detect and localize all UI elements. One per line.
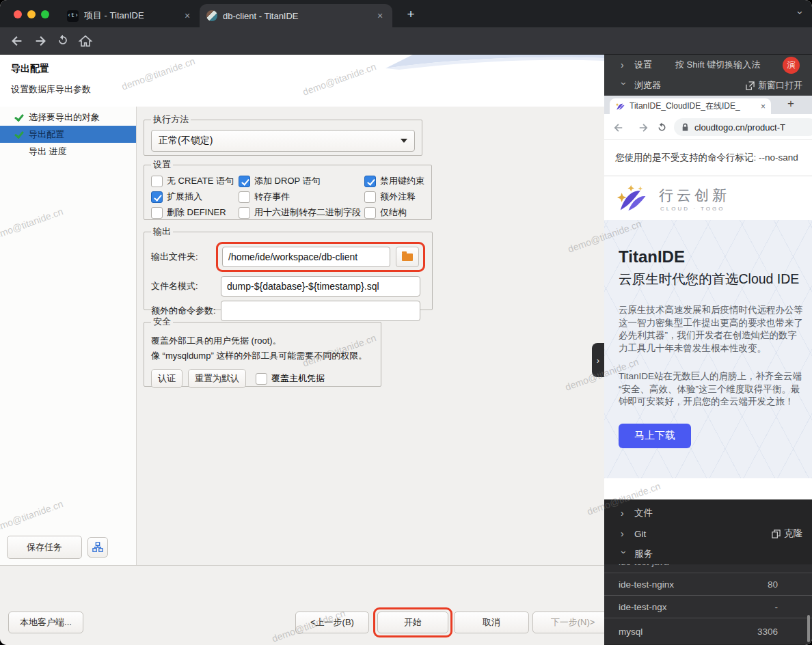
checkbox-dump-events[interactable] <box>239 191 250 203</box>
chevron-right-icon: › <box>621 59 627 70</box>
checkbox-label: 转存事件 <box>254 191 290 203</box>
tab-search-chevron-icon[interactable]: › <box>795 11 807 14</box>
dialog-header: 导出配置 设置数据库导出参数 <box>0 55 604 107</box>
step-select-objects[interactable]: 选择要导出的对象 <box>0 109 136 126</box>
reset-defaults-button[interactable]: 重置为默认 <box>188 369 246 388</box>
panel-row-browser[interactable]: › 浏览器 新窗口打开 <box>604 75 812 96</box>
unsupported-flag-warning: 您使用的是不受支持的命令行标记: --no-sand <box>604 140 812 176</box>
close-tab-icon[interactable]: × <box>182 10 193 21</box>
panel-browser-label: 浏览器 <box>634 79 661 92</box>
security-group: 安全 覆盖外部工具的用户凭据 (root)。 像 “mysqldump” 这样的… <box>144 316 381 387</box>
demo-badge: 演 <box>783 57 800 74</box>
titanide-butterfly-logo-icon <box>615 101 625 111</box>
reload-icon[interactable] <box>656 122 671 137</box>
checkbox-extra-comments[interactable] <box>364 191 376 203</box>
output-folder-label: 输出文件夹: <box>151 251 221 263</box>
zoom-window-button[interactable] <box>41 10 49 18</box>
step-label: 导出配置 <box>29 128 64 141</box>
security-line1: 覆盖外部工具的用户凭据 (root)。 <box>151 335 374 347</box>
new-tab-button[interactable]: + <box>402 5 420 23</box>
inner-new-tab-button[interactable]: + <box>783 97 798 111</box>
panel-gap <box>604 478 812 499</box>
inner-address-bar[interactable]: cloudtogo.cn/product-T <box>674 118 812 136</box>
next-step-button[interactable]: 下一步(N)> <box>532 612 613 633</box>
tab-title: 项目 - TitanIDE <box>84 10 176 22</box>
git-label: Git <box>634 529 646 539</box>
tab-strip: ‹t› 项目 - TitanIDE × db-client - TitanIDE… <box>0 0 812 27</box>
checkbox-disable-keys[interactable] <box>364 176 376 187</box>
start-button[interactable]: 开始 <box>377 612 448 633</box>
local-client-button[interactable]: 本地客户端... <box>8 612 83 633</box>
checkbox-label: 用十六进制转存二进制字段 <box>254 206 361 219</box>
section-services[interactable]: › 服务 <box>604 544 812 564</box>
forward-icon[interactable] <box>33 33 48 49</box>
filename-pattern-input[interactable] <box>221 276 420 297</box>
promo-paragraph-2: TitanIDE站在无数巨人的肩膀上，补齐全云端 “安全、高效、体验”这三个维度… <box>619 370 812 409</box>
checkbox-extended-insert[interactable] <box>151 191 163 203</box>
chevron-right-icon: › <box>621 528 627 539</box>
output-legend: 输出 <box>151 225 173 238</box>
panel-row-settings[interactable]: › 设置 按 Shift 键切换输入法 演 <box>604 55 812 75</box>
tab-db-client[interactable]: db-client - TitanIDE × <box>200 4 392 27</box>
minimize-window-button[interactable] <box>27 10 36 18</box>
back-icon[interactable] <box>612 122 627 137</box>
settings-group: 设置 无 CREATE 语句 添加 DROP 语句 禁用键约束 扩展插入 转存事… <box>144 159 432 220</box>
check-icon <box>15 130 24 139</box>
checkbox-add-drop[interactable] <box>239 176 250 187</box>
close-tab-icon[interactable]: × <box>375 10 385 21</box>
step-label: 选择要导出的对象 <box>29 111 100 124</box>
home-icon[interactable] <box>78 33 93 49</box>
checkbox-no-create[interactable] <box>151 176 163 187</box>
browser-window: ‹t› 项目 - TitanIDE × db-client - TitanIDE… <box>0 0 812 645</box>
files-label: 文件 <box>634 507 653 519</box>
check-icon <box>15 113 24 122</box>
forward-icon[interactable] <box>634 122 649 137</box>
auth-button[interactable]: 认证 <box>151 369 182 388</box>
cancel-button[interactable]: 取消 <box>454 612 529 633</box>
titanide-favicon-icon: ‹t› <box>67 10 79 22</box>
task-tree-button[interactable] <box>87 537 108 558</box>
git-clone-button[interactable]: 克隆 <box>772 527 802 540</box>
open-new-window-button[interactable]: 新窗口打开 <box>746 79 802 92</box>
service-port: - <box>775 602 779 612</box>
step-export-config[interactable]: 导出配置 <box>0 126 136 143</box>
panel-collapse-handle[interactable]: › <box>592 343 604 377</box>
checkbox-hex-blob[interactable] <box>239 207 250 219</box>
save-task-button[interactable]: 保存任务 <box>7 536 82 559</box>
previous-step-button[interactable]: <上一步(B) <box>295 612 369 633</box>
tab-project[interactable]: ‹t› 项目 - TitanIDE × <box>60 4 200 27</box>
output-folder-input[interactable] <box>222 247 390 267</box>
service-row[interactable]: ide-test-ngx - <box>604 596 812 618</box>
close-window-button[interactable] <box>14 10 22 18</box>
side-panel: › 设置 按 Shift 键切换输入法 演 › 浏览器 新窗口打开 <box>604 55 812 645</box>
download-now-button[interactable]: 马上下载 <box>619 424 691 448</box>
lock-icon <box>681 123 690 132</box>
annotation-highlight-box <box>216 242 425 272</box>
scrollbar-thumb[interactable] <box>807 615 810 642</box>
checkbox-override-host[interactable] <box>256 373 267 385</box>
reload-icon[interactable] <box>56 33 71 49</box>
service-row[interactable]: ide-test-nginx 80 <box>604 573 812 596</box>
browse-folder-button[interactable] <box>396 247 419 267</box>
promo-line: “安全、高效、体验”这三个维度取得平衡。最 <box>619 383 812 396</box>
close-tab-icon[interactable]: × <box>761 102 766 111</box>
step-export-progress[interactable]: 导出 进度 <box>0 143 136 160</box>
inner-tab[interactable]: TitanIDE_CloudIDE_在线IDE_ × <box>610 98 771 114</box>
checkbox-skip-definer[interactable] <box>151 207 163 219</box>
section-files[interactable]: › 文件 <box>604 503 812 523</box>
browser-toolbar: try.titanide.cn/ide/web/coding/db-client… <box>0 27 812 55</box>
services-label: 服务 <box>634 548 653 560</box>
chevron-down-icon: › <box>619 551 630 558</box>
git-clone-label: 克隆 <box>784 527 802 540</box>
inner-url: cloudtogo.cn/product-T <box>694 122 785 133</box>
cloudtogo-logo-icon <box>615 180 655 216</box>
section-git[interactable]: › Git 克隆 <box>604 523 812 544</box>
checkbox-structure-only[interactable] <box>364 207 376 219</box>
services-list: ide-test-java - ide-test-nginx 80 ide-te… <box>604 551 812 645</box>
exec-method-select[interactable]: 正常(不锁定) <box>151 130 415 152</box>
service-row[interactable]: mysql 3306 <box>604 618 812 644</box>
checkbox-label: 无 CREATE 语句 <box>167 175 234 187</box>
chevron-right-icon: › <box>621 508 627 519</box>
back-icon[interactable] <box>10 33 25 49</box>
dialog-body: 选择要导出的对象 导出配置 导出 进度 执行方法 正常(不锁定) 设置 无 CR… <box>0 107 604 645</box>
